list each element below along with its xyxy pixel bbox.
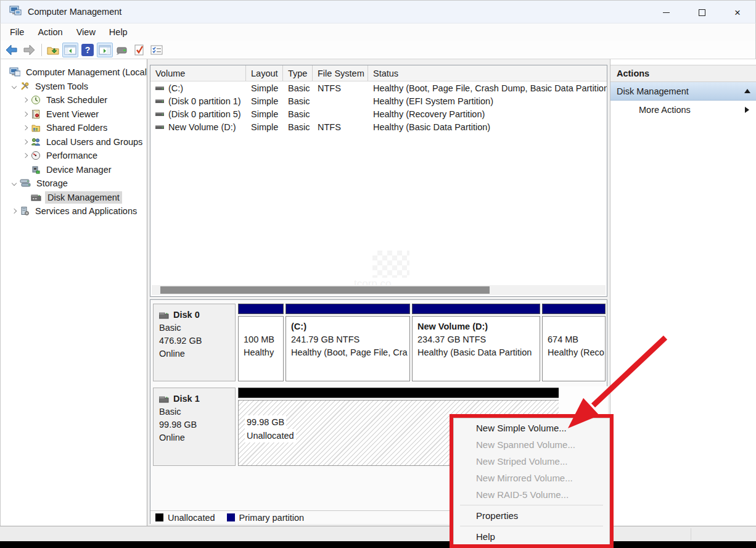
tree-item-performance[interactable]: Performance: [1, 149, 147, 163]
disk-name: Disk 1: [173, 392, 200, 405]
disk0-info-box[interactable]: Disk 0 Basic 476.92 GB Online: [153, 304, 236, 381]
partition-c[interactable]: (C:) 241.79 GB NTFS Healthy (Boot, Page …: [286, 304, 410, 381]
forward-arrow-icon: [22, 44, 36, 56]
tree-item-event-viewer[interactable]: Event Viewer: [1, 107, 147, 122]
actions-group-disk-management[interactable]: Disk Management: [610, 82, 756, 101]
show-console-tree-button[interactable]: [62, 43, 78, 57]
volume-row[interactable]: (Disk 0 partition 5) Simple Basic Health…: [150, 107, 607, 120]
menu-item-new-striped-volume: New Striped Volume...: [454, 453, 609, 470]
shared-folders-icon: [31, 123, 41, 133]
legend-unallocated-label: Unallocated: [168, 513, 215, 523]
disk-state: Online: [159, 431, 229, 444]
tree-item-computer-management[interactable]: Computer Management (Local): [1, 65, 147, 80]
chevron-collapsed-icon[interactable]: [12, 209, 17, 214]
tree-item-system-tools[interactable]: System Tools: [1, 80, 147, 94]
chevron-collapsed-icon[interactable]: [23, 125, 28, 130]
unallocated-band: [238, 388, 562, 398]
partition-recovery[interactable]: 674 MB Healthy (Reco: [542, 304, 606, 381]
volume-layout: Simple: [246, 96, 283, 106]
menu-item-new-simple-volume[interactable]: New Simple Volume...: [454, 420, 609, 436]
menu-bar: File Action View Help: [0, 23, 756, 41]
tree-item-services-and-applications[interactable]: Services and Applications: [1, 204, 147, 218]
maximize-button[interactable]: [684, 1, 720, 24]
column-header-file-system[interactable]: File System: [313, 65, 368, 81]
volume-name: (Disk 0 partition 1): [168, 96, 241, 106]
chevron-collapsed-icon[interactable]: [23, 98, 28, 102]
services-and-applications-icon: [20, 206, 30, 216]
strip-divider: [691, 528, 691, 541]
tree-item-task-scheduler[interactable]: Task Scheduler: [1, 93, 147, 107]
menu-item-help[interactable]: Help: [454, 528, 609, 545]
volume-fs: NTFS: [313, 122, 368, 132]
primary-partition-swatch-icon: [227, 513, 235, 521]
tree-item-label: Performance: [44, 149, 100, 162]
horizontal-scrollbar[interactable]: [152, 285, 606, 295]
scrollbar-thumb[interactable]: [160, 286, 490, 294]
up-level-button[interactable]: [45, 43, 61, 57]
menu-view[interactable]: View: [70, 25, 102, 39]
tree-item-local-users-and-groups[interactable]: Local Users and Groups: [1, 135, 147, 149]
unallocated-size: 99.98 GB: [245, 415, 286, 429]
partition-size: 234.37 GB NTFS: [417, 333, 540, 346]
tree-item-disk-management[interactable]: Disk Management: [1, 191, 147, 205]
volume-row[interactable]: (C:) Simple Basic NTFS Healthy (Boot, Pa…: [150, 81, 607, 94]
tree-item-shared-folders[interactable]: Shared Folders: [1, 121, 147, 135]
chevron-collapsed-icon[interactable]: [23, 139, 28, 144]
column-header-type[interactable]: Type: [283, 65, 313, 81]
collapse-icon[interactable]: [744, 89, 750, 93]
properties-list-button[interactable]: [149, 43, 165, 57]
volume-list-panel: Volume Layout Type File System Status (C…: [150, 65, 607, 297]
volume-name: (Disk 0 partition 5): [168, 109, 241, 119]
popup-window-icon: [115, 44, 129, 56]
menu-item-properties[interactable]: Properties: [454, 507, 609, 524]
back-arrow-icon: [5, 44, 18, 56]
help-button[interactable]: ?: [80, 43, 96, 57]
column-header-layout[interactable]: Layout: [246, 65, 283, 81]
computer-icon: [9, 67, 20, 77]
disk-state: Online: [159, 347, 229, 360]
minimize-button[interactable]: [648, 1, 684, 24]
popup-window-button[interactable]: [114, 43, 130, 57]
chevron-collapsed-icon[interactable]: [23, 153, 28, 158]
partition-d[interactable]: New Volume (D:) 234.37 GB NTFS Healthy (…: [412, 304, 540, 381]
volume-fs: NTFS: [313, 83, 368, 93]
partition-title: [244, 320, 283, 333]
tree-item-label: Device Manager: [44, 164, 114, 176]
disk1-info-box[interactable]: Disk 1 Basic 99.98 GB Online: [153, 388, 236, 466]
chevron-expanded-icon[interactable]: [12, 84, 17, 89]
toolbar: ?: [0, 41, 756, 59]
more-actions-label: More Actions: [639, 105, 745, 115]
disk-size: 476.92 GB: [159, 334, 229, 347]
volume-row[interactable]: (Disk 0 partition 1) Simple Basic Health…: [150, 94, 607, 107]
volume-row[interactable]: New Volume (D:) Simple Basic NTFS Health…: [150, 120, 607, 133]
show-action-pane-button[interactable]: [97, 43, 113, 57]
column-header-volume[interactable]: Volume: [150, 65, 246, 81]
tree-item-device-manager[interactable]: Device Manager: [1, 163, 147, 177]
menu-help[interactable]: Help: [102, 25, 134, 39]
column-header-status[interactable]: Status: [368, 65, 607, 81]
bottom-black-bar: [0, 541, 756, 548]
export-list-button[interactable]: [131, 43, 147, 57]
volume-layout: Simple: [246, 109, 283, 119]
main-area: Computer Management (Local) System Tools…: [0, 59, 756, 526]
task-scheduler-icon: [31, 95, 41, 105]
close-button[interactable]: ×: [720, 1, 755, 24]
disk-management-icon: [31, 193, 42, 202]
chevron-expanded-icon[interactable]: [12, 181, 17, 186]
more-actions-item[interactable]: More Actions: [610, 101, 756, 119]
volume-type: Basic: [283, 96, 313, 106]
back-button[interactable]: [4, 43, 20, 57]
volume-status: Healthy (Boot, Page File, Crash Dump, Ba…: [368, 83, 607, 93]
menu-separator: [460, 526, 603, 526]
tree-item-storage[interactable]: Storage: [1, 176, 147, 191]
menu-file[interactable]: File: [3, 25, 31, 39]
title-bar: Computer Management ×: [0, 0, 756, 23]
minimize-icon: [663, 12, 670, 13]
tree-item-label: Disk Management: [45, 191, 122, 204]
forward-button[interactable]: [21, 43, 37, 57]
storage-icon: [20, 178, 31, 188]
partition-efi[interactable]: 100 MB Healthy: [238, 304, 284, 381]
menu-action[interactable]: Action: [31, 25, 69, 39]
help-icon: ?: [81, 44, 94, 56]
chevron-collapsed-icon[interactable]: [23, 112, 28, 117]
